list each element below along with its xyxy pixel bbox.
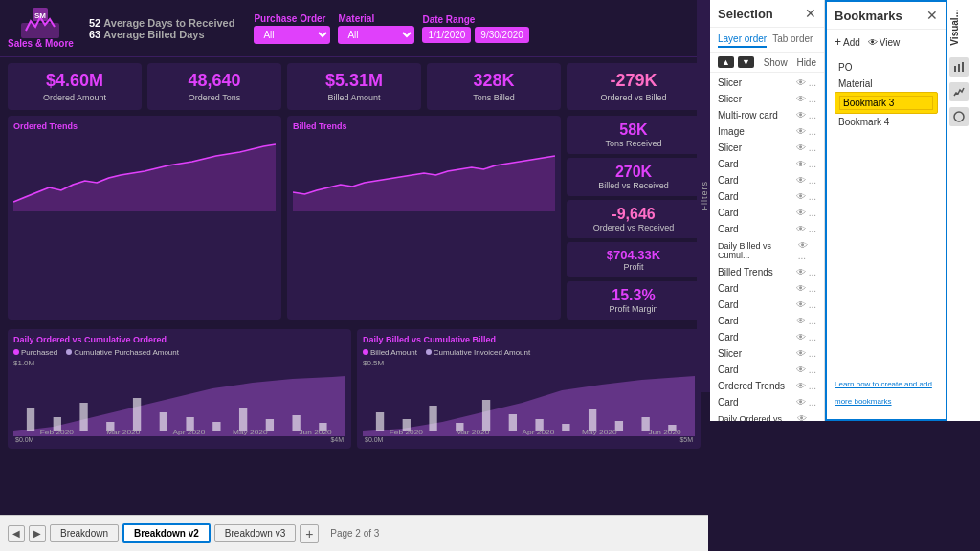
svg-text:Jun 2020: Jun 2020 [648, 429, 680, 435]
svg-text:Mar 2020: Mar 2020 [456, 429, 489, 435]
svg-rect-7 [133, 398, 141, 431]
header-bar: SM Sales & Moore 52 Average Days to Rece… [0, 0, 708, 57]
billed-y-label: $0.5M [363, 359, 695, 367]
svg-rect-27 [562, 424, 569, 431]
visual-icon-2[interactable] [949, 82, 969, 101]
date-inputs: 1/1/2020 9/30/2020 [422, 27, 528, 43]
svg-text:Jun 2020: Jun 2020 [299, 429, 331, 435]
bookmark-rename-input[interactable] [839, 96, 933, 110]
list-item[interactable]: Slicer👁 ... [710, 91, 824, 107]
plus-icon: + [835, 35, 841, 49]
ordered-trends-card: Ordered Trends [8, 116, 281, 320]
purchase-order-dropdown[interactable]: All [254, 26, 330, 44]
list-item[interactable]: Card👁 ... [710, 172, 824, 188]
daily-ordered-inner: Feb 2020 Mar 2020 Apr 2020 May 2020 Jun … [13, 369, 345, 436]
daily-billed-inner: Feb 2020 Mar 2020 Apr 2020 May 2020 Jun … [363, 369, 695, 436]
list-item[interactable]: Daily Billed vs Cumul...👁 ... [710, 237, 824, 264]
list-item[interactable]: Daily Ordered vs Cu...👁 ... [710, 410, 824, 421]
list-item[interactable]: Card👁 ... [710, 297, 824, 313]
add-page-btn[interactable]: + [300, 524, 319, 543]
visualizations-label: Visual... [949, 10, 960, 46]
bookmarks-list: PO Material Bookmark 4 [827, 55, 946, 134]
list-item[interactable]: Multi-row card👁 ... [710, 107, 824, 123]
bookmarks-panel: Bookmarks ✕ + Add 👁 View PO Material Boo… [825, 0, 947, 421]
billed-trends-card: Billed Trends [287, 116, 561, 320]
ordered-x-axis: $0.0M$4M [13, 436, 345, 443]
list-item[interactable]: Slicer👁 ... [710, 345, 824, 362]
list-item[interactable]: Card👁 ... [710, 156, 824, 172]
billed-trends-chart [293, 135, 555, 211]
bookmark-item-3[interactable] [835, 92, 938, 114]
bookmark-item-material[interactable]: Material [835, 76, 938, 92]
svg-rect-20 [376, 412, 384, 431]
tab-tab-order[interactable]: Tab order [772, 32, 813, 48]
bookmarks-actions: + Add 👁 View [827, 30, 946, 55]
date-to-btn[interactable]: 9/30/2020 [475, 27, 529, 43]
billed-chart-legend: Billed Amount Cumulative Invoiced Amount [363, 348, 695, 357]
list-item[interactable]: Slicer👁 ... [710, 140, 824, 156]
list-item[interactable]: Card👁 ... [710, 205, 824, 221]
visual-icon-1[interactable] [949, 57, 969, 77]
hide-label: Hide [796, 57, 816, 68]
kpi-ordered-amount: $4.60M Ordered Amount [8, 63, 142, 110]
date-from-btn[interactable]: 1/1/2020 [422, 27, 471, 43]
kpi-ordered-tons: 48,640 Ordered Tons [147, 63, 281, 110]
list-item[interactable]: Slicer👁 ... [710, 75, 824, 91]
list-item[interactable]: Image👁 ... [710, 123, 824, 140]
next-page-btn[interactable]: ▶ [29, 525, 46, 542]
list-item[interactable]: Card👁 ... [710, 188, 824, 205]
visual-panel: Visual... [947, 0, 980, 421]
page-info: Page 2 of 3 [330, 528, 379, 539]
tab-breakdown[interactable]: Breakdown [50, 524, 119, 542]
prev-page-btn[interactable]: ◀ [8, 525, 25, 542]
daily-billed-chart: Daily Billed vs Cumulative Billed Billed… [357, 329, 701, 449]
tab-layer-order[interactable]: Layer order [718, 32, 767, 48]
selection-panel-header: Selection ✕ [710, 0, 824, 28]
material-dropdown[interactable]: All [338, 26, 414, 44]
svg-rect-3 [27, 408, 34, 431]
billed-x-axis: $0.0M$5M [363, 436, 695, 443]
bookmark-add-btn[interactable]: + Add [835, 35, 860, 49]
logo-area: SM Sales & Moore [8, 8, 74, 49]
tab-breakdown-v3[interactable]: Breakdown v3 [214, 524, 296, 542]
bookmark-view-btn[interactable]: 👁 View [868, 35, 901, 49]
list-item[interactable]: Card👁 ... [710, 280, 824, 297]
visual-icon-3[interactable] [949, 107, 969, 126]
svg-rect-45 [962, 62, 964, 72]
tab-breakdown-v2[interactable]: Breakdown v2 [122, 523, 211, 543]
bookmarks-title: Bookmarks [835, 9, 902, 23]
kpi-profit: $704.33K Profit [567, 242, 701, 277]
bookmarks-learn-link[interactable]: Learn how to create and add more bookmar… [827, 369, 946, 411]
page-footer: ◀ ▶ Breakdown Breakdown v2 Breakdown v3 … [0, 515, 708, 551]
selection-panel-close[interactable]: ✕ [805, 6, 816, 21]
bookmarks-close-btn[interactable]: ✕ [926, 8, 938, 23]
svg-text:May 2020: May 2020 [233, 429, 268, 435]
selection-panel-title: Selection [718, 7, 773, 21]
svg-rect-8 [160, 412, 167, 431]
list-item[interactable]: Card👁 ... [710, 329, 824, 345]
logo-text: Sales & Moore [8, 38, 74, 49]
kpi-billed-amount: $5.31M Billed Amount [287, 63, 421, 110]
svg-rect-5 [79, 403, 87, 431]
purchase-order-filter: Purchase Order All [254, 13, 330, 44]
list-item[interactable]: Card👁 ... [710, 394, 824, 410]
filter-group: Purchase Order All Material All Date Ran… [254, 13, 701, 44]
svg-text:Feb 2020: Feb 2020 [40, 429, 74, 435]
date-range-filter: Date Range 1/1/2020 9/30/2020 [422, 14, 528, 43]
svg-text:Feb 2020: Feb 2020 [390, 429, 423, 435]
list-item[interactable]: Ordered Trends👁 ... [710, 378, 824, 394]
list-item[interactable]: Billed Trends👁 ... [710, 264, 824, 280]
kpi-ordered-vs-billed: -279K Ordered vs Billed [567, 63, 701, 110]
svg-rect-22 [429, 406, 436, 431]
bookmark-item-po[interactable]: PO [835, 59, 938, 76]
dashboard: SM Sales & Moore 52 Average Days to Rece… [0, 0, 708, 551]
list-item[interactable]: Card👁 ... [710, 362, 824, 378]
ordered-trends-chart [13, 135, 276, 211]
right-kpis: 58K Tons Received 270K Billed vs Receive… [567, 116, 701, 320]
list-item[interactable]: Card👁 ... [710, 313, 824, 329]
middle-section: Ordered Trends Billed Trends 58K [0, 116, 708, 320]
svg-rect-25 [509, 414, 517, 431]
view-icon: 👁 [868, 37, 878, 48]
bookmark-item-4[interactable]: Bookmark 4 [835, 114, 938, 130]
list-item[interactable]: Card👁 ... [710, 221, 824, 237]
